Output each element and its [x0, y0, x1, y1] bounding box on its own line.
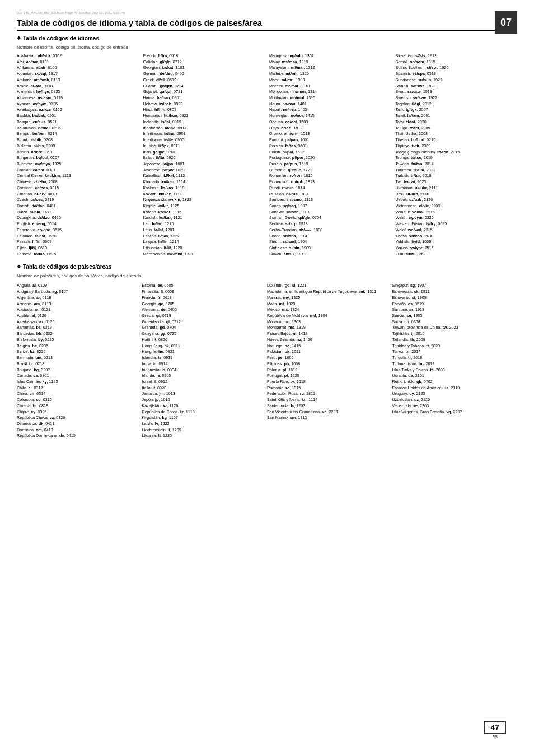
country-code: az — [39, 319, 44, 324]
lang-entry: Occitan. oc/oci, 1503 — [269, 119, 391, 125]
lang-code: jw/jav — [162, 167, 174, 172]
country-code: ar — [36, 295, 40, 300]
lang-code: tr/tur — [411, 173, 420, 178]
country-code: by — [38, 337, 43, 342]
lang-entry: Yoruba. yo/yor, 2515 — [396, 245, 518, 251]
lang-entry: Esperanto. eo/epo, 0515 — [17, 227, 139, 233]
country-name: Islas Turks y Caicos — [392, 367, 428, 372]
country-entry: Anguila. ai, 0109 — [17, 283, 139, 288]
country-code: lt — [158, 433, 161, 438]
lang-name: Oromo — [269, 131, 282, 136]
lang-entry: Tonga (Tonga Islands). to/ton, 2015 — [396, 150, 518, 155]
country-entry: Eslovenia. si, 1909 — [392, 295, 514, 301]
lang-entry: Sanskrit. sa/san, 1901 — [269, 209, 391, 215]
lang-code: br/bre — [31, 150, 42, 155]
lang-name: Basque — [17, 119, 30, 124]
lang-entry: Rundi. rn/run, 1814 — [269, 185, 391, 191]
lang-code: ka/kat — [162, 65, 173, 70]
country-entry: Japón. jp, 1016 — [142, 397, 264, 403]
country-entry: Islas Vírgenes, Gran Bretaña. vg, 2207 — [392, 409, 514, 415]
lang-code: aa/aar — [26, 59, 38, 64]
country-entry: Eslovaquia. sk, 1911 — [392, 289, 514, 295]
lang-name: Rundi — [269, 185, 280, 190]
lang-code: or/ori — [281, 125, 291, 130]
lang-name: Kinyarwanda — [143, 197, 167, 202]
country-entry: Singapur. sg, 1907 — [392, 283, 514, 288]
country-code: in — [153, 361, 156, 366]
country-name: España — [392, 301, 406, 306]
lang-entry: Chinese. zh/zho, 2608 — [17, 179, 139, 185]
lang-code: pl/pol — [283, 150, 293, 155]
country-name: Granada — [142, 325, 158, 330]
lang-code: ji/yid — [411, 239, 420, 244]
lang-code: no/nor — [291, 113, 303, 118]
country-code: kg — [162, 415, 166, 420]
lang-entry: Belarusian. be/bel, 0205 — [17, 125, 139, 131]
country-entry: India. in, 0914 — [142, 361, 264, 367]
lang-name: Maltese — [269, 71, 283, 76]
lang-entry: Burmese. my/mya, 1325 — [17, 161, 139, 167]
country-code: tw — [442, 325, 447, 330]
country-entry: Estados Unidos de América. us, 2119 — [392, 385, 514, 391]
lang-name: Vietnamese — [396, 203, 417, 208]
lang-code: bi/bis — [34, 143, 44, 148]
country-name: Japón — [142, 397, 153, 402]
lang-code: fy/fry — [426, 221, 436, 226]
country-name: Grecia — [142, 313, 154, 318]
lang-name: Tonga (Tonga Islands) — [396, 150, 435, 155]
lang-entry: Fijian. fj/fij, 0610 — [17, 245, 139, 251]
lang-name: Western Frisian — [396, 221, 424, 226]
lang-code: vi/vie — [419, 203, 429, 208]
lang-code: sr/srp — [285, 221, 297, 226]
lang-code: sh/––– — [299, 227, 311, 232]
lang-entry: Kurdish. ku/kur, 1121 — [143, 215, 265, 221]
lang-entry: Hungarian. hu/hun, 0821 — [143, 113, 265, 119]
country-entry: Saint Kitts y Nevis. kn, 1114 — [267, 397, 389, 403]
lang-entry: Bashkir. ba/bak, 0201 — [17, 113, 139, 119]
country-name: Bielorrusia — [17, 337, 36, 342]
lang-entry: Quechua. qu/que, 1721 — [269, 167, 391, 173]
country-entry: Bélgica. be, 0205 — [17, 343, 139, 349]
lang-entry: Tagalog. tl/tgl, 2012 — [396, 101, 518, 107]
lang-name: Portuguese — [269, 155, 290, 160]
country-name: Ucrania — [392, 373, 406, 378]
country-name: Turquía — [392, 355, 406, 360]
country-code: am — [34, 301, 40, 306]
country-name: Estonia — [142, 283, 156, 288]
lang-entry: Aymara. ay/aym, 0125 — [17, 101, 139, 107]
lang-code: so/som — [410, 59, 424, 64]
lang-code: sm/smo — [287, 197, 302, 202]
lang-name: Tigrinya — [396, 143, 410, 148]
lang-code: af/afr — [36, 65, 46, 70]
country-entry: Turquía. tr, 2018 — [392, 355, 514, 361]
lang-entry: Bulgarian. bg/bul, 0207 — [17, 155, 139, 161]
country-name: Liechtenstein — [142, 427, 166, 432]
lang-code: bo/bod — [411, 137, 424, 142]
country-code: do — [59, 433, 64, 438]
lang-name: Sindhi — [269, 239, 280, 244]
lang-entry: Mongolian. mn/mon, 1314 — [269, 89, 391, 95]
country-entry: Túnez. tn, 2014 — [392, 349, 514, 354]
country-code: is — [158, 355, 161, 360]
lang-name: Greek — [143, 77, 154, 82]
country-code: lc — [291, 403, 294, 408]
country-entry: Polonia. pl, 1612 — [267, 367, 389, 373]
country-name: San Marino — [267, 415, 288, 420]
country-code: hu — [158, 349, 163, 354]
lang-entry: Maori. mi/mri, 1309 — [269, 77, 391, 83]
lang-code: ti/tir — [412, 143, 420, 148]
country-code: vc — [322, 409, 327, 414]
country-name: Surinam — [392, 307, 407, 312]
country-name: Anguila — [17, 283, 30, 288]
country-name: República de Moldavia — [267, 313, 308, 318]
lang-code: zu/zul — [405, 251, 416, 256]
lang-entry: Xhosa. xh/xho, 2408 — [396, 234, 518, 239]
lang-name: Quechua — [269, 167, 285, 172]
lang-name: Somali — [396, 59, 408, 64]
lang-name: Danish — [17, 203, 29, 208]
lang-entry: Lao. lo/lao, 1215 — [143, 221, 265, 227]
country-entry: Hungría. hu, 0821 — [142, 349, 264, 354]
country-code: pl — [283, 367, 286, 372]
lang-name: Mongolian — [269, 89, 288, 94]
lang-code: dz/dzo — [37, 215, 49, 220]
